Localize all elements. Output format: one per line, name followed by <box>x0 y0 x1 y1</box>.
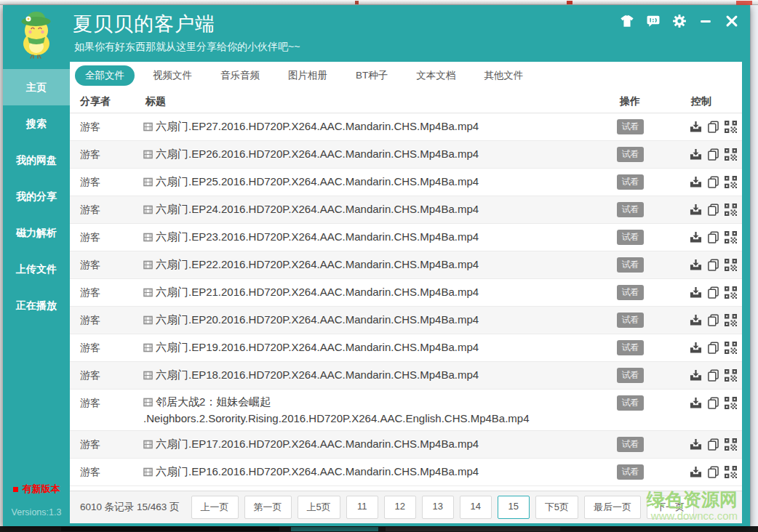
page-button[interactable]: 下一页 <box>647 496 694 519</box>
copy-icon[interactable] <box>707 259 719 271</box>
copy-icon[interactable] <box>707 121 719 133</box>
download-icon[interactable] <box>690 286 702 299</box>
download-icon[interactable] <box>690 342 702 354</box>
video-file-icon <box>143 467 153 477</box>
update-notice[interactable]: 有新版本 <box>3 483 70 496</box>
copy-icon[interactable] <box>707 286 719 299</box>
qrcode-icon[interactable] <box>725 369 737 382</box>
qrcode-icon[interactable] <box>725 342 737 354</box>
tab[interactable]: 视频文件 <box>143 65 202 86</box>
page-button[interactable]: 最后一页 <box>584 496 641 519</box>
download-icon[interactable] <box>690 203 702 216</box>
preview-button[interactable]: 试看 <box>617 313 644 328</box>
copy-icon[interactable] <box>707 438 719 451</box>
qrcode-icon[interactable] <box>725 438 737 451</box>
page-button[interactable]: 14 <box>460 496 492 519</box>
table-row[interactable]: 游客 <box>70 334 742 362</box>
qrcode-icon[interactable] <box>725 397 737 409</box>
preview-button[interactable]: 试看 <box>617 230 644 245</box>
sidebar-item[interactable]: 主页 <box>3 69 70 105</box>
preview-button[interactable]: 试看 <box>617 147 644 162</box>
titlebar-icons <box>619 13 740 29</box>
minimize-icon[interactable] <box>698 13 714 29</box>
qrcode-icon[interactable] <box>725 121 737 133</box>
qrcode-icon[interactable] <box>725 314 737 326</box>
table-row[interactable]: 游客 <box>70 169 742 196</box>
table-row[interactable]: 游客 <box>70 279 742 307</box>
table-row[interactable]: 游客 <box>70 113 742 141</box>
preview-button[interactable]: 试看 <box>617 340 644 355</box>
download-icon[interactable] <box>690 369 702 382</box>
download-icon[interactable] <box>690 259 702 271</box>
preview-button[interactable]: 试看 <box>617 285 644 300</box>
tab[interactable]: 音乐音频 <box>210 65 270 86</box>
table-row[interactable]: 游客 <box>70 362 742 390</box>
qrcode-icon[interactable] <box>725 176 737 188</box>
download-icon[interactable] <box>690 121 702 133</box>
qrcode-icon[interactable] <box>725 203 737 216</box>
copy-icon[interactable] <box>707 397 719 409</box>
table-row[interactable]: 游客 <box>70 224 742 251</box>
qrcode-icon[interactable] <box>725 259 737 271</box>
tab[interactable]: 全部文件 <box>75 65 135 86</box>
preview-button[interactable]: 试看 <box>617 437 644 452</box>
download-icon[interactable] <box>690 397 702 409</box>
preview-button[interactable]: 试看 <box>617 368 644 383</box>
page-button[interactable]: 下5页 <box>535 496 578 519</box>
download-icon[interactable] <box>690 438 702 451</box>
copy-icon[interactable] <box>707 466 719 478</box>
table-row[interactable]: 游客 <box>70 390 742 431</box>
table-row[interactable]: 游客 <box>70 251 742 279</box>
sharer-cell: 游客 <box>80 362 100 389</box>
table-row[interactable]: 游客 <box>70 307 742 334</box>
sidebar-item[interactable]: 正在播放 <box>3 287 70 323</box>
sidebar-item[interactable]: 我的分享 <box>3 178 70 214</box>
sidebar-item[interactable]: 磁力解析 <box>3 214 70 251</box>
download-icon[interactable] <box>690 148 702 161</box>
qrcode-icon[interactable] <box>725 231 737 243</box>
table-row[interactable]: 游客 <box>70 141 742 169</box>
table-row[interactable]: 游客 <box>70 196 742 224</box>
copy-icon[interactable] <box>707 342 719 354</box>
copy-icon[interactable] <box>707 203 719 216</box>
preview-button[interactable]: 试看 <box>617 464 644 480</box>
feedback-icon[interactable] <box>645 13 661 29</box>
sidebar-item[interactable]: 我的网盘 <box>3 142 70 178</box>
qrcode-icon[interactable] <box>725 286 737 299</box>
sidebar-item[interactable]: 上传文件 <box>3 251 70 287</box>
copy-icon[interactable] <box>707 369 719 382</box>
copy-icon[interactable] <box>707 148 719 161</box>
settings-icon[interactable] <box>671 13 687 29</box>
preview-button[interactable]: 试看 <box>617 395 644 411</box>
page-button[interactable]: 11 <box>346 496 378 519</box>
download-icon[interactable] <box>690 231 702 243</box>
preview-button[interactable]: 试看 <box>617 257 644 273</box>
preview-button[interactable]: 试看 <box>617 174 644 190</box>
page-button[interactable]: 12 <box>384 496 416 519</box>
close-icon[interactable] <box>724 13 740 29</box>
download-icon[interactable] <box>690 176 702 188</box>
skin-icon[interactable] <box>619 13 635 29</box>
page-button[interactable]: 上一页 <box>191 496 239 519</box>
page-button[interactable]: 13 <box>422 496 454 519</box>
preview-button[interactable]: 试看 <box>617 119 644 134</box>
download-icon[interactable] <box>690 314 702 326</box>
page-button[interactable]: 15 <box>498 496 530 519</box>
qrcode-icon[interactable] <box>725 148 737 161</box>
page-button[interactable]: 第一页 <box>244 496 292 519</box>
page-button[interactable]: 上5页 <box>298 496 340 519</box>
table-row[interactable]: 游客 <box>70 459 742 486</box>
table-row[interactable]: 游客 <box>70 431 742 459</box>
copy-icon[interactable] <box>707 176 719 188</box>
tab[interactable]: BT种子 <box>346 65 398 86</box>
tab[interactable]: 文本文档 <box>406 65 466 86</box>
qrcode-icon[interactable] <box>725 466 737 478</box>
copy-icon[interactable] <box>707 231 719 243</box>
preview-button[interactable]: 试看 <box>617 202 644 217</box>
sidebar-item[interactable]: 搜索 <box>3 105 70 142</box>
tab[interactable]: 图片相册 <box>278 65 338 86</box>
tab[interactable]: 其他文件 <box>474 65 533 86</box>
copy-icon[interactable] <box>707 314 719 326</box>
row-controls <box>690 466 737 478</box>
download-icon[interactable] <box>690 466 702 478</box>
